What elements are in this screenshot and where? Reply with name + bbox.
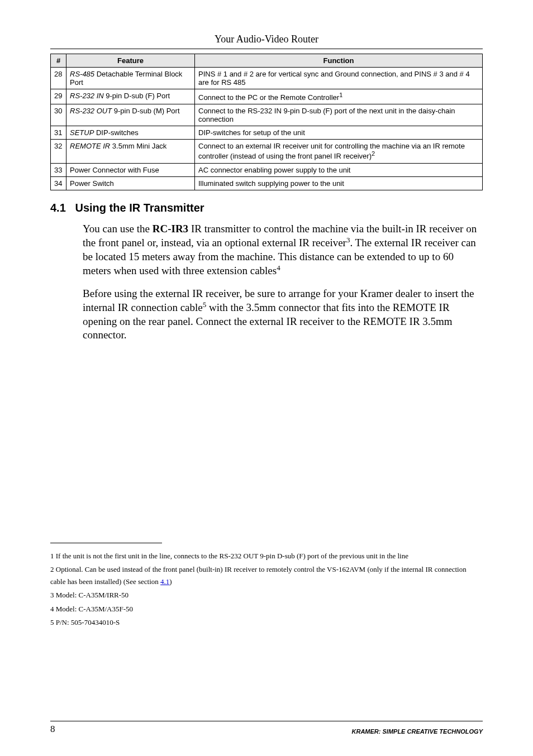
cell-function: Connect to an external IR receiver unit … [195, 140, 483, 163]
paragraph-2: Before using the external IR receiver, b… [83, 287, 483, 342]
cell-num: 29 [51, 89, 66, 104]
table-row: 33 Power Connector with Fuse AC connecto… [51, 163, 483, 176]
footnote-link[interactable]: 4.1 [160, 577, 169, 586]
cell-function: PINS # 1 and # 2 are for vertical sync a… [195, 68, 483, 89]
cell-num: 34 [51, 176, 66, 190]
footnote-4: 4 Model: C-A35M/A35F-50 [50, 603, 483, 615]
table-row: 30 RS-232 OUT 9-pin D-sub (M) Port Conne… [51, 104, 483, 126]
function-text: Connect to an external IR receiver unit … [198, 142, 465, 160]
cell-feature: Power Connector with Fuse [66, 163, 195, 176]
col-feature: Feature [66, 54, 195, 68]
table-row: 31 SETUP DIP-switches DIP-switches for s… [51, 126, 483, 140]
cell-feature: RS-232 OUT 9-pin D-sub (M) Port [66, 104, 195, 126]
cell-function: AC connector enabling power supply to th… [195, 163, 483, 176]
cell-function: DIP-switches for setup of the unit [195, 126, 483, 140]
feature-italic: SETUP [70, 128, 94, 137]
cell-num: 31 [51, 126, 66, 140]
footnote-ref: 1 [339, 92, 342, 98]
table-row: 28 RS-485 Detachable Terminal Block Port… [51, 68, 483, 89]
section-number: 4.1 [50, 202, 66, 214]
footnote-3: 3 Model: C-A35M/IRR-50 [50, 589, 483, 601]
p1-a: You can use the [83, 223, 153, 235]
feature-italic: RS-232 OUT [70, 107, 112, 115]
footnote-ref: 2 [372, 150, 375, 157]
feature-rest: 3.5mm Mini Jack [110, 142, 166, 150]
function-text: Connect to the PC or the Remote Controll… [198, 93, 339, 102]
feature-rest: 9-pin D-sub (M) Port [112, 107, 179, 115]
col-num: # [51, 54, 66, 68]
footnote-1: 1 If the unit is not the first unit in t… [50, 550, 483, 562]
footnote-rule [50, 543, 162, 543]
cell-function: Connect to the PC or the Remote Controll… [195, 89, 483, 104]
footnote-2: 2 Optional. Can be used instead of the f… [50, 563, 483, 588]
col-function: Function [195, 54, 483, 68]
feature-italic: RS-485 [70, 70, 94, 78]
table-row: 29 RS-232 IN 9-pin D-sub (F) Port Connec… [51, 89, 483, 104]
cell-num: 28 [51, 68, 66, 89]
section-title: Using the IR Transmitter [75, 202, 204, 214]
paragraph-1: You can use the RC-IR3 IR transmitter to… [83, 222, 483, 278]
footnote-2b: ) [169, 577, 172, 586]
section-heading: 4.1 Using the IR Transmitter [50, 202, 483, 214]
feature-italic: REMOTE IR [70, 142, 110, 150]
feature-table: # Feature Function 28 RS-485 Detachable … [50, 54, 483, 190]
cell-feature: RS-485 Detachable Terminal Block Port [66, 68, 195, 89]
cell-function: Illuminated switch supplying power to th… [195, 176, 483, 190]
table-row: 34 Power Switch Illuminated switch suppl… [51, 176, 483, 190]
cell-feature: Power Switch [66, 176, 195, 190]
cell-num: 30 [51, 104, 66, 126]
table-row: 32 REMOTE IR 3.5mm Mini Jack Connect to … [51, 140, 483, 163]
table-header-row: # Feature Function [51, 54, 483, 68]
cell-feature: SETUP DIP-switches [66, 126, 195, 140]
feature-rest: DIP-switches [94, 128, 138, 137]
page-number: 8 [50, 724, 55, 735]
cell-feature: RS-232 IN 9-pin D-sub (F) Port [66, 89, 195, 104]
footnote-5: 5 P/N: 505-70434010-S [50, 616, 483, 629]
cell-function: Connect to the RS-232 IN 9-pin D-sub (F)… [195, 104, 483, 126]
footnotes: 1 If the unit is not the first unit in t… [50, 550, 483, 629]
header-rule [50, 49, 483, 49]
cell-num: 33 [51, 163, 66, 176]
footnote-ref: 4 [277, 264, 280, 272]
cell-num: 32 [51, 140, 66, 163]
cell-feature: REMOTE IR 3.5mm Mini Jack [66, 140, 195, 163]
page-footer: 8 KRAMER: SIMPLE CREATIVE TECHNOLOGY [50, 721, 483, 735]
footnote-2a: 2 Optional. Can be used instead of the f… [50, 565, 467, 586]
feature-rest: 9-pin D-sub (F) Port [104, 92, 170, 100]
feature-italic: RS-232 IN [70, 92, 104, 100]
footer-brand: KRAMER: SIMPLE CREATIVE TECHNOLOGY [352, 728, 483, 735]
p1-bold: RC-IR3 [153, 223, 188, 235]
page-header-title: Your Audio-Video Router [50, 34, 483, 45]
